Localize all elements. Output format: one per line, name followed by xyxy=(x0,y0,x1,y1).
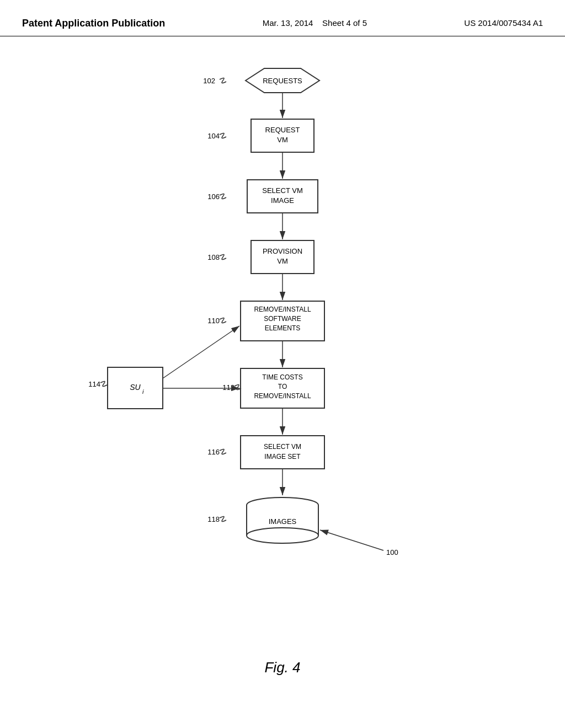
date-sheet: Mar. 13, 2014 Sheet 4 of 5 xyxy=(263,17,367,30)
squiggle-106 xyxy=(220,194,226,199)
node-104-label-2: VM xyxy=(277,136,288,144)
label-112: 112 xyxy=(222,383,234,392)
squiggle-110 xyxy=(220,318,226,323)
label-100: 100 xyxy=(386,548,398,556)
node-112-label-3: REMOVE/INSTALL xyxy=(254,392,311,400)
squiggle-116 xyxy=(220,449,226,454)
label-106: 106 xyxy=(207,192,220,201)
label-102: 102 xyxy=(203,77,215,85)
label-116: 116 xyxy=(207,448,220,456)
figure-label: Fig. 4 xyxy=(264,659,300,676)
node-102-label: REQUESTS xyxy=(263,77,302,85)
node-118-bottom xyxy=(247,528,318,543)
node-112-label-2: TO xyxy=(278,383,287,390)
node-112-label-1: TIME COSTS xyxy=(262,373,302,381)
label-110: 110 xyxy=(207,317,220,325)
node-110-label-2: SOFTWARE xyxy=(264,315,301,323)
patent-number: US 2014/0075434 A1 xyxy=(464,17,543,30)
squiggle-102 xyxy=(220,78,226,83)
publication-label: Patent Application Publication xyxy=(22,17,165,30)
squiggle-118 xyxy=(220,517,226,522)
node-116-label-1: SELECT VM xyxy=(264,443,301,451)
node-110-label-1: REMOVE/INSTALL xyxy=(254,306,311,313)
squiggle-114 xyxy=(100,382,107,387)
arrow-su-110 xyxy=(163,326,239,378)
page-header: Patent Application Publication Mar. 13, … xyxy=(0,0,565,36)
node-108-label-2: VM xyxy=(277,257,288,265)
arrow-100 xyxy=(320,530,383,550)
label-118: 118 xyxy=(207,515,220,523)
node-108-label-1: PROVISION xyxy=(263,247,302,255)
flowchart-svg: REQUESTS 102 REQUEST VM 104 SELECT VM IM… xyxy=(0,36,565,643)
node-116-label-2: IMAGE SET xyxy=(264,453,301,461)
node-118-label: IMAGES xyxy=(269,517,297,526)
node-110-label-3: ELEMENTS xyxy=(265,324,301,332)
squiggle-104 xyxy=(220,133,226,138)
node-106-label-1: SELECT VM xyxy=(262,186,302,195)
node-104-label-1: REQUEST xyxy=(265,126,300,134)
label-114: 114 xyxy=(88,380,100,388)
node-106-label-2: IMAGE xyxy=(271,196,294,205)
squiggle-108 xyxy=(220,255,226,260)
label-108: 108 xyxy=(207,253,220,261)
node-114-label: SU xyxy=(130,383,141,392)
node-116-shape xyxy=(241,436,324,469)
diagram-container: REQUESTS 102 REQUEST VM 104 SELECT VM IM… xyxy=(0,36,565,687)
label-104: 104 xyxy=(207,132,220,140)
